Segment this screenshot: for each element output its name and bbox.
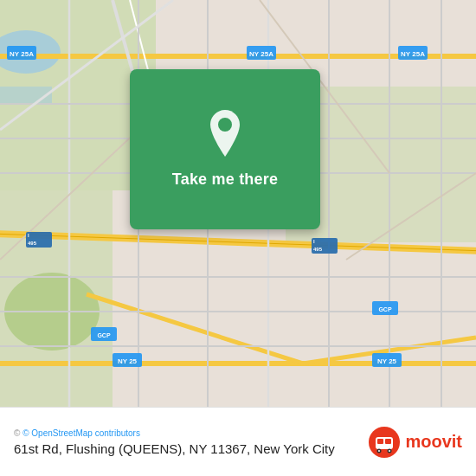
osm-link[interactable]: © OpenStreetMap contributors [23,428,140,438]
location-popup-card: Take me there [130,69,320,229]
svg-point-52 [218,118,232,132]
svg-rect-55 [377,439,383,444]
svg-text:NY 25: NY 25 [118,357,138,365]
svg-text:NY 25A: NY 25A [249,50,273,58]
svg-text:NY 25A: NY 25A [401,50,425,58]
svg-text:GCP: GCP [378,306,392,312]
svg-text:495: 495 [313,247,323,252]
svg-text:NY 25: NY 25 [377,357,397,365]
svg-text:NY 25A: NY 25A [10,50,34,58]
svg-text:GCP: GCP [97,332,111,338]
info-bar: © © OpenStreetMap contributors 61st Rd, … [0,407,476,476]
svg-text:495: 495 [28,241,37,246]
map-container: NY 25A NY 25A NY 25A I 495 I 495 NY 25 N… [0,0,476,407]
copyright-text: © © OpenStreetMap contributors [14,428,335,438]
location-pin-icon [204,110,246,160]
svg-point-59 [378,450,380,452]
svg-rect-56 [385,439,391,444]
moovit-logo: moovit [369,427,462,458]
take-me-there-button[interactable]: Take me there [172,170,278,189]
moovit-brand-text: moovit [405,432,462,452]
moovit-icon [369,427,400,458]
address-line: 61st Rd, Flushing (QUEENS), NY 11367, Ne… [14,441,335,456]
address-section: © © OpenStreetMap contributors 61st Rd, … [14,428,335,456]
svg-point-60 [389,450,390,452]
copyright-symbol: © [14,428,20,438]
